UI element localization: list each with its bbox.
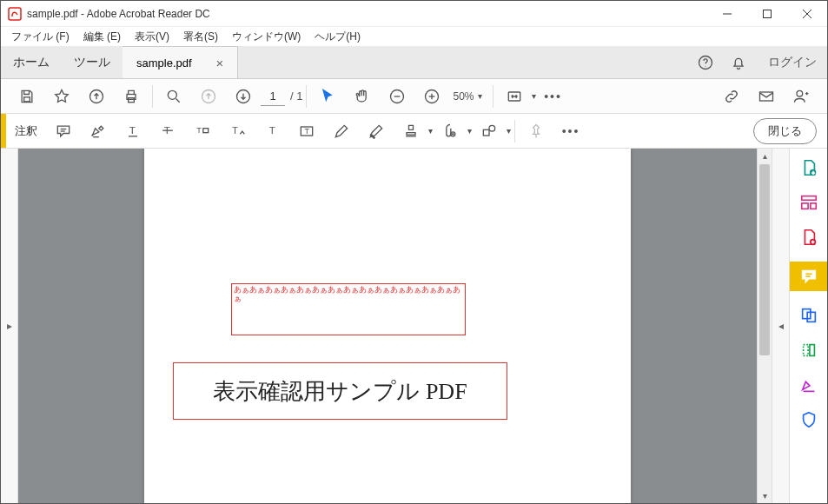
close-window-button[interactable] [787, 1, 827, 26]
svg-point-42 [489, 125, 495, 131]
svg-rect-53 [802, 309, 810, 319]
save-icon[interactable] [10, 79, 44, 114]
tab-document-label: sample.pdf [136, 56, 192, 70]
scroll-up-icon[interactable]: ▴ [758, 149, 772, 163]
stamp-icon[interactable] [394, 114, 428, 149]
svg-rect-54 [807, 312, 815, 322]
acrobat-app-icon [8, 7, 22, 21]
shapes-icon[interactable] [472, 114, 507, 149]
sticky-note-icon[interactable] [46, 114, 81, 149]
hand-pan-icon[interactable] [345, 79, 380, 114]
cursor-select-icon[interactable] [310, 79, 345, 114]
zoom-level-label[interactable]: 50% [453, 90, 474, 103]
svg-point-6 [705, 65, 706, 66]
minimize-button[interactable] [707, 1, 747, 26]
search-icon[interactable] [156, 79, 191, 114]
shapes-dropdown-icon[interactable]: ▾ [507, 126, 511, 136]
svg-line-37 [370, 134, 374, 138]
svg-text:T: T [232, 124, 238, 135]
login-button[interactable]: ログイン [768, 55, 817, 70]
sign-icon[interactable] [798, 375, 819, 395]
left-panel-toggle[interactable]: ▸ [1, 149, 18, 503]
tab-home[interactable]: ホーム [1, 46, 62, 78]
highlight-icon[interactable] [81, 114, 116, 149]
svg-rect-32 [203, 128, 209, 132]
compress-icon[interactable] [798, 340, 819, 361]
zoom-dropdown-icon[interactable]: ▾ [478, 91, 482, 101]
menu-edit[interactable]: 編集 (E) [76, 28, 128, 46]
menu-view[interactable]: 表示(V) [128, 28, 176, 46]
svg-text:T: T [196, 125, 202, 134]
svg-rect-10 [129, 97, 135, 102]
svg-point-11 [168, 90, 176, 99]
add-person-icon[interactable] [784, 79, 818, 114]
svg-text:T: T [305, 127, 310, 136]
protect-icon[interactable] [798, 409, 819, 430]
menu-sign[interactable]: 署名(S) [176, 28, 225, 46]
svg-rect-47 [810, 203, 815, 209]
title-bar: sample.pdf - Adobe Acrobat Reader DC [1, 1, 827, 27]
textbox-icon[interactable]: T [289, 114, 324, 149]
comment-tool-active[interactable] [790, 262, 828, 291]
insert-text-icon[interactable]: T [220, 114, 255, 149]
svg-rect-56 [809, 345, 814, 356]
maximize-button[interactable] [747, 1, 787, 26]
bell-icon[interactable] [730, 54, 747, 71]
tools-side-panel [789, 149, 827, 503]
strikethrough-icon[interactable]: T [150, 114, 185, 149]
svg-rect-7 [24, 96, 30, 101]
upload-cloud-icon[interactable] [79, 79, 114, 114]
attach-icon[interactable] [433, 114, 467, 149]
document-heading-box[interactable]: 表示確認用サンプル PDF [173, 362, 507, 420]
create-pdf-icon[interactable] [798, 227, 819, 248]
organize-pages-icon[interactable] [798, 192, 819, 213]
more-tools-icon[interactable]: ••• [536, 79, 571, 114]
svg-line-12 [176, 98, 180, 102]
tab-tool[interactable]: ツール [62, 46, 123, 78]
scroll-down-icon[interactable]: ▾ [758, 488, 772, 503]
prev-page-icon[interactable] [191, 79, 226, 114]
pdf-page: あぁあぁあぁあぁあぁあぁあぁあぁあぁあぁあぁあぁあぁあぁあぁ 表示確認用サンプル… [144, 149, 631, 503]
window-title: sample.pdf - Adobe Acrobat Reader DC [27, 8, 707, 20]
annotation-label: 注釈 [6, 123, 46, 139]
menu-window[interactable]: ウィンドウ(W) [225, 28, 308, 46]
zoom-in-icon[interactable] [414, 79, 449, 114]
combine-files-icon[interactable] [798, 305, 819, 326]
workspace: ▸ あぁあぁあぁあぁあぁあぁあぁあぁあぁあぁあぁあぁあぁあぁあぁ 表示確認用サン… [1, 149, 827, 503]
svg-rect-45 [801, 196, 816, 201]
document-canvas[interactable]: あぁあぁあぁあぁあぁあぁあぁあぁあぁあぁあぁあぁあぁあぁあぁ 表示確認用サンプル… [18, 149, 757, 503]
fit-width-icon[interactable] [497, 79, 532, 114]
page-number-input[interactable] [261, 87, 285, 106]
tab-close-icon[interactable]: × [216, 56, 224, 70]
email-icon[interactable] [749, 79, 784, 114]
menu-help[interactable]: ヘルプ(H) [308, 28, 368, 46]
print-icon[interactable] [114, 79, 149, 114]
svg-rect-20 [760, 92, 773, 101]
annotation-toolbar: 注釈 T T T T T T ▾ ▾ ▾ ••• 閉じる [1, 114, 827, 149]
next-page-icon[interactable] [226, 79, 261, 114]
eraser-icon[interactable] [359, 114, 394, 149]
text-annotation-box[interactable]: あぁあぁあぁあぁあぁあぁあぁあぁあぁあぁあぁあぁあぁあぁあぁ [231, 283, 466, 335]
scroll-thumb[interactable] [759, 164, 770, 355]
vertical-scrollbar[interactable]: ▴ ▾ [757, 149, 772, 503]
pencil-icon[interactable] [324, 114, 359, 149]
pin-icon[interactable] [519, 114, 553, 149]
export-pdf-icon[interactable] [798, 157, 819, 178]
menu-bar: ファイル (F) 編集 (E) 表示(V) 署名(S) ウィンドウ(W) ヘルプ… [1, 27, 827, 46]
window-controls [707, 1, 827, 26]
text-comment-icon[interactable]: T [255, 114, 289, 149]
star-icon[interactable] [44, 79, 79, 114]
right-panel-toggle[interactable]: ◂ [772, 149, 789, 503]
underline-icon[interactable]: T [116, 114, 150, 149]
svg-point-21 [797, 90, 803, 96]
menu-file[interactable]: ファイル (F) [4, 28, 76, 46]
help-icon[interactable] [697, 54, 714, 71]
replace-text-icon[interactable]: T [185, 114, 220, 149]
zoom-out-icon[interactable] [380, 79, 414, 114]
share-link-icon[interactable] [714, 79, 749, 114]
tab-bar: ホーム ツール sample.pdf × ログイン [1, 46, 827, 79]
tab-document[interactable]: sample.pdf × [123, 46, 238, 78]
close-annotation-button[interactable]: 閉じる [753, 118, 817, 144]
more-annotation-icon[interactable]: ••• [553, 114, 588, 149]
svg-text:T: T [269, 124, 275, 136]
